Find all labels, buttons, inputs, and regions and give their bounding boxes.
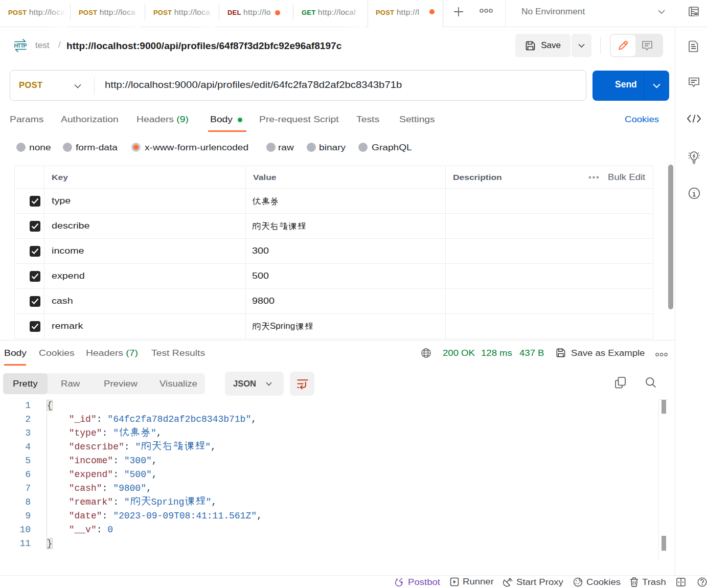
svg-text:HTTP: HTTP [14, 42, 27, 49]
